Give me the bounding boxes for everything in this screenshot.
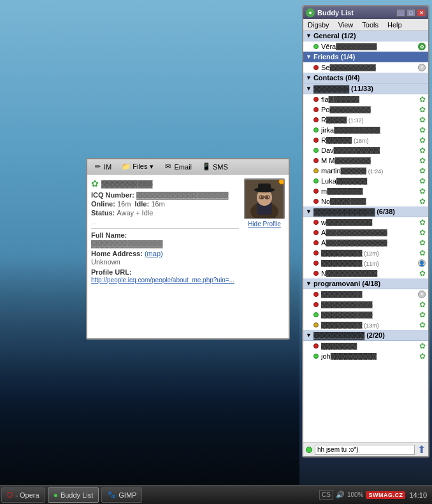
buddy-name: ▓▓▓▓▓▓▓▓▓▓	[321, 311, 417, 319]
buddy-name: Věra▓▓▓▓▓▓▓▓	[321, 43, 415, 50]
percent-label: 100%	[347, 491, 364, 498]
status-dot	[313, 230, 319, 235]
status-dot	[313, 240, 319, 245]
buddy-name: ▓▓▓▓▓▓▓▓▓▓	[321, 301, 417, 308]
files-button[interactable]: 📁 Files ▾	[119, 161, 156, 173]
list-item[interactable]: ▓▓▓▓▓▓▓▓▓▓ ✿	[303, 299, 428, 310]
list-item[interactable]: fla▓▓▓▓▓▓ ✿	[303, 94, 428, 104]
buddy-item-se[interactable]: Se▓▓▓▓▓▓▓▓▓ ⚬	[303, 62, 428, 73]
buddy-icon: ✿	[419, 197, 426, 206]
unknown-text: Unknown	[91, 258, 120, 266]
list-item[interactable]: ▓▓▓▓▓▓▓▓ (13m) ✿	[303, 320, 428, 330]
list-item[interactable]: Po▓▓▓▓▓▓▓▓ ✿	[303, 104, 428, 115]
status-dot	[313, 127, 319, 133]
list-item[interactable]: ▓▓▓▓▓▓▓▓ ⚬	[303, 289, 428, 299]
minimize-button[interactable]: _	[396, 9, 405, 17]
idle-label: Idle:	[133, 200, 151, 208]
separator-dots: ...	[91, 218, 97, 226]
maximize-button[interactable]: □	[407, 9, 415, 17]
group-header-unnamed3[interactable]: ▼ ▓▓▓▓▓▓▓▓▓▓ (2/20)	[303, 330, 428, 341]
buddy-name: joh▓▓▓▓▓▓▓▓▓	[321, 352, 417, 360]
buddy-list-content[interactable]: ▼ General (1/2) Věra▓▓▓▓▓▓▓▓ ✿ ▼ Friends…	[303, 31, 428, 442]
status-dot	[313, 271, 319, 276]
list-item[interactable]: R▓▓▓▓▓ (16m) ✿	[303, 135, 428, 145]
status-dot	[313, 168, 319, 173]
buddy-name: M M▓▓▓▓▓▓▓	[321, 157, 417, 164]
buddy-name: ▓▓▓▓▓▓▓▓ (11m)	[321, 259, 415, 267]
status-dot	[313, 97, 319, 102]
list-item[interactable]: ▓▓▓▓▓▓▓▓▓▓ ✿	[303, 310, 428, 320]
list-item[interactable]: m▓▓▓▓▓▓▓ ✿	[303, 186, 428, 196]
map-link[interactable]: (map)	[145, 250, 163, 257]
taskbar-gimp[interactable]: 🐾 GIMP	[101, 487, 142, 503]
buddy-name: No▓▓▓▓▓▓▓	[321, 198, 417, 205]
close-button[interactable]: ✕	[417, 9, 426, 17]
list-item[interactable]: ▓▓▓▓▓▓▓▓ (11m) 👤	[303, 258, 428, 268]
sms-button[interactable]: 📱 SMS	[199, 161, 231, 173]
buddy-list-titlebar: ● Buddy List _ □ ✕	[303, 6, 428, 19]
group-header-unnamed1[interactable]: ▼ ▓▓▓▓▓▓▓ (11/33)	[303, 83, 428, 94]
list-item[interactable]: Dav▓▓▓▓▓▓▓▓▓ ✿	[303, 145, 428, 155]
profile-url-link[interactable]: http://people.icq.com/people/about_me.ph…	[91, 277, 234, 284]
list-item[interactable]: A▓▓▓▓▓▓▓▓▓▓▓▓ ✿	[303, 227, 428, 238]
group-label-friends: Friends (1/4)	[313, 53, 355, 61]
email-button[interactable]: ✉ Email	[161, 161, 196, 173]
status-value: Away + Idle	[117, 209, 153, 217]
buddy-name: R▓▓▓▓ (1:32)	[321, 116, 417, 124]
list-item[interactable]: A▓▓▓▓▓▓▓▓▓▓▓▓ ✿	[303, 238, 428, 248]
group-header-friends[interactable]: ▼ Friends (1/4)	[303, 52, 428, 62]
list-item[interactable]: M M▓▓▓▓▓▓▓ ✿	[303, 155, 428, 166]
list-item[interactable]: R▓▓▓▓ (1:32) ✿	[303, 115, 428, 125]
status-row: Status: Away + Idle	[91, 209, 239, 217]
group-header-programovani[interactable]: ▼ programovani (4/18)	[303, 278, 428, 289]
icq-number-value: ▓▓▓▓▓▓▓▓▓▓▓▓▓▓▓▓▓▓	[136, 191, 228, 199]
photo-status-dot	[278, 178, 285, 185]
profile-url-value[interactable]: http://people.icq.com/people/about_me.ph…	[91, 277, 239, 284]
gimp-icon: 🐾	[107, 491, 116, 499]
buddy-icon: ✿	[419, 126, 426, 134]
full-name-value: ▓▓▓▓▓▓▓▓▓▓▓▓▓▓	[91, 240, 239, 247]
status-arrow-button[interactable]: ⬆	[417, 443, 426, 456]
status-dot	[313, 117, 319, 122]
profile-nickname: ▓▓▓▓▓▓▓▓▓▓	[101, 180, 152, 187]
list-item[interactable]: jirka▓▓▓▓▓▓▓▓▓ ✿	[303, 125, 428, 135]
group-header-general[interactable]: ▼ General (1/2)	[303, 31, 428, 41]
list-item[interactable]: w▓▓▓▓▓▓▓▓▓ ✿	[303, 217, 428, 227]
im-button[interactable]: ✏ IM	[90, 161, 115, 173]
group-header-contacts[interactable]: ▼ Contacts (0/4)	[303, 73, 428, 83]
status-message-input[interactable]	[315, 445, 415, 455]
list-item[interactable]: joh▓▓▓▓▓▓▓▓▓ ✿	[303, 351, 428, 361]
status-dot	[313, 148, 319, 153]
status-dot	[313, 178, 319, 184]
list-item[interactable]: Luka▓▓▓▓▓▓ ✿	[303, 176, 428, 186]
taskbar-buddy-list[interactable]: ● Buddy List	[48, 487, 99, 503]
menu-help[interactable]: Help	[385, 20, 404, 29]
profile-avatar-svg	[245, 180, 284, 218]
buddy-icon: ✿	[419, 146, 426, 155]
menu-tools[interactable]: Tools	[360, 20, 380, 29]
buddy-icon: ✿	[419, 115, 426, 124]
taskbar-opera[interactable]: O - Opera	[1, 487, 45, 503]
status-dot	[313, 343, 319, 349]
buddy-name: m▓▓▓▓▓▓▓	[321, 187, 417, 195]
buddy-icon: ✿	[419, 218, 426, 227]
buddy-name: ▓▓▓▓▓▓▓▓ (13m)	[321, 321, 417, 329]
list-item[interactable]: N▓▓▓▓▓▓▓▓▓▓ ✿	[303, 268, 428, 278]
email-button-label: Email	[175, 163, 192, 171]
hide-profile-link[interactable]: Hide Profile	[248, 220, 281, 227]
group-arrow-unnamed3: ▼	[306, 332, 312, 338]
list-item[interactable]: ▓▓▓▓▓▓▓▓ (12m) ✿	[303, 248, 428, 258]
group-header-unnamed2[interactable]: ▼ ▓▓▓▓▓▓▓▓▓▓▓▓ (6/38)	[303, 206, 428, 217]
list-item[interactable]: ▓▓▓▓▓▓▓ ✿	[303, 341, 428, 351]
buddy-icon: ✿	[419, 95, 426, 104]
menu-view[interactable]: View	[336, 20, 356, 29]
im-icon: ✏	[93, 162, 102, 171]
list-item[interactable]: martin▓▓▓▓▓ (1:24) ✿	[303, 166, 428, 176]
buddy-icon: ⚬	[418, 291, 426, 298]
home-address-label-text: Home Address:	[91, 250, 143, 257]
list-item[interactable]: No▓▓▓▓▓▓▓ ✿	[303, 196, 428, 206]
buddy-icon: ✿	[419, 352, 426, 361]
buddy-item-vera[interactable]: Věra▓▓▓▓▓▓▓▓ ✿	[303, 41, 428, 52]
menu-digsby[interactable]: Digsby	[306, 20, 331, 29]
buddy-icon: ⚬	[418, 64, 426, 71]
